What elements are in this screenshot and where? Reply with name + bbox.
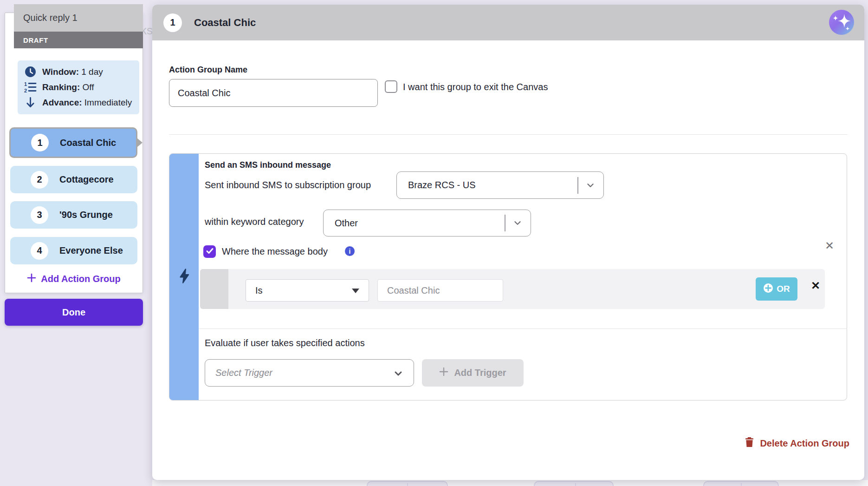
message-body-checkbox[interactable] <box>203 245 216 258</box>
group-number-badge: 1 <box>31 134 49 151</box>
chevron-down-icon <box>585 180 596 193</box>
condition-value-input[interactable] <box>377 279 503 302</box>
window-label: Window: 1 day <box>42 67 103 77</box>
select-trigger-dropdown[interactable]: Select Trigger <box>205 359 414 387</box>
advance-label: Advance: Immediately <box>42 98 132 108</box>
action-group-item-cottagecore[interactable]: 2 Cottagecore <box>10 166 137 193</box>
window-setting-row: Window: 1 day <box>24 66 139 78</box>
condition-row: Is OR ✕ <box>200 269 825 309</box>
add-or-condition-button[interactable]: OR <box>756 277 797 301</box>
add-trigger-label: Add Trigger <box>454 368 506 378</box>
ranking-setting-row: 1 2 Ranking: Off <box>24 81 139 93</box>
lightning-bolt-icon <box>178 268 191 286</box>
remove-condition-icon[interactable]: ✕ <box>811 279 820 292</box>
plus-icon <box>439 367 448 379</box>
plus-icon <box>27 273 36 285</box>
group-number-badge: 2 <box>31 171 48 189</box>
message-body-label: Where the message body <box>222 246 328 257</box>
step-settings-summary: Window: 1 day 1 2 Ranking: Off Advance: … <box>18 60 139 114</box>
info-icon[interactable]: i <box>345 246 355 256</box>
keyword-category-select[interactable]: Other <box>323 210 531 236</box>
group-label: Cottagecore <box>59 174 114 185</box>
subscription-group-value: Braze RCS - US <box>408 180 476 190</box>
action-group-item-90s-grunge[interactable]: 3 '90s Grunge <box>10 201 137 229</box>
remove-condition-group-icon[interactable]: ✕ <box>825 239 834 252</box>
status-badge: DRAFT <box>23 36 48 44</box>
keyword-category-value: Other <box>335 218 358 229</box>
group-label: '90s Grunge <box>59 210 113 220</box>
group-number-badge: 1 <box>163 13 182 32</box>
action-group-name-input[interactable] <box>169 79 378 107</box>
select-divider <box>577 177 578 194</box>
ai-sparkle-icon[interactable] <box>829 10 854 35</box>
draft-status-bar: DRAFT <box>14 32 143 48</box>
done-button[interactable]: Done <box>5 299 143 326</box>
action-group-item-coastal-chic[interactable]: 1 Coastal Chic <box>9 127 137 158</box>
section-divider <box>169 134 848 135</box>
add-action-group-button[interactable]: Add Action Group <box>5 273 143 285</box>
group-label: Everyone Else <box>59 245 123 256</box>
svg-text:1: 1 <box>24 81 27 87</box>
condition-operator-value: Is <box>255 285 263 296</box>
chevron-down-icon <box>512 218 523 230</box>
select-trigger-placeholder: Select Trigger <box>215 368 272 378</box>
trigger-divider <box>199 328 847 329</box>
step-title: Quick reply 1 <box>23 13 78 23</box>
clock-icon <box>24 66 37 78</box>
background-connector-line <box>575 483 576 486</box>
trigger-accent-strip <box>169 154 199 400</box>
background-step-card <box>534 481 614 486</box>
keyword-category-label: within keyword category <box>205 217 304 227</box>
add-trigger-button[interactable]: Add Trigger <box>422 359 524 387</box>
drag-handle[interactable] <box>200 269 228 309</box>
group-label: Coastal Chic <box>60 138 116 148</box>
or-button-label: OR <box>777 284 790 294</box>
action-group-name-label: Action Group Name <box>169 65 247 75</box>
evaluate-actions-label: Evaluate if user takes specified actions <box>205 338 365 348</box>
background-connector-line <box>741 483 742 486</box>
circle-plus-icon <box>763 283 773 296</box>
sms-section-heading: Send an SMS inbound message <box>205 160 331 170</box>
chevron-down-icon <box>392 368 404 381</box>
select-divider <box>505 215 505 231</box>
editor-header: 1 Coastal Chic <box>152 5 864 40</box>
exit-canvas-label: I want this group to exit the Canvas <box>403 82 548 92</box>
down-arrow-icon <box>24 97 37 109</box>
caret-down-icon <box>352 289 359 293</box>
canvas-editor-stage: ks Quick reply 1 DRAFT Window: 1 day 1 2 <box>0 0 868 486</box>
group-number-badge: 4 <box>31 242 48 260</box>
svg-text:2: 2 <box>24 88 27 93</box>
ranked-list-icon: 1 2 <box>24 81 37 93</box>
trash-icon <box>745 437 754 450</box>
condition-operator-select[interactable]: Is <box>246 279 369 302</box>
step-title-bar: Quick reply 1 <box>14 4 143 32</box>
delete-action-group-label: Delete Action Group <box>760 438 849 449</box>
sms-trigger-section: Send an SMS inbound message Sent inbound… <box>169 153 847 401</box>
checkmark-icon <box>206 248 214 256</box>
subscription-group-select[interactable]: Braze RCS - US <box>396 171 604 199</box>
add-action-group-label: Add Action Group <box>41 274 120 284</box>
background-connector-line <box>407 483 408 486</box>
subscription-group-label: Sent inbound SMS to subscription group <box>205 180 371 190</box>
editor-title: Coastal Chic <box>194 17 256 29</box>
ranking-label: Ranking: Off <box>42 82 94 92</box>
action-group-item-everyone-else[interactable]: 4 Everyone Else <box>10 237 137 264</box>
delete-action-group-button[interactable]: Delete Action Group <box>745 437 849 450</box>
action-group-editor-modal: 1 Coastal Chic Action Group Name <box>152 5 864 480</box>
group-number-badge: 3 <box>31 206 48 224</box>
advance-setting-row: Advance: Immediately <box>24 97 139 109</box>
exit-canvas-checkbox[interactable] <box>385 80 397 93</box>
